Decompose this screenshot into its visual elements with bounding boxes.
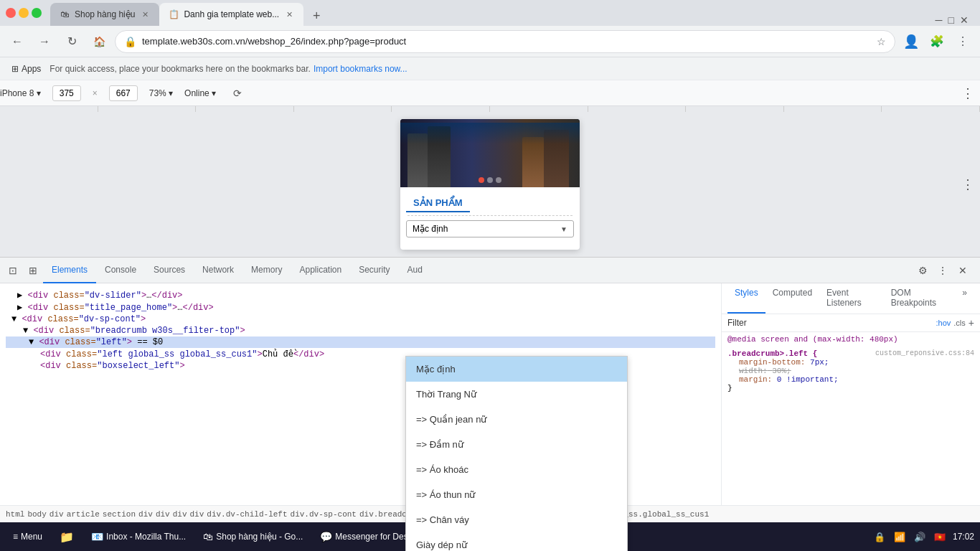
css-prop-name-margin-bottom: margin-bottom: xyxy=(739,358,805,367)
close-button[interactable] xyxy=(6,8,16,18)
breadcrumb-body[interactable]: body xyxy=(27,510,46,519)
address-bar[interactable]: 🔒 template.web30s.com.vn/webshop_26/inde… xyxy=(115,30,895,53)
taskbar-menu-button[interactable]: ≡ Menu xyxy=(6,525,50,548)
breadcrumb-div-4[interactable]: div xyxy=(173,510,187,519)
breadcrumb-div-2[interactable]: div xyxy=(138,510,153,519)
viewport-height-input[interactable] xyxy=(109,85,138,101)
devtools-tab-elements[interactable]: Elements xyxy=(43,258,96,283)
nav-actions: 👤 🧩 ⋮ xyxy=(900,30,974,53)
styles-sub-tab-styles[interactable]: Styles xyxy=(727,283,765,314)
devtools-styles-panel: Styles Computed Event Listeners DOM Brea… xyxy=(722,283,980,505)
tab-close-1[interactable]: ✕ xyxy=(139,9,151,20)
frame-seg-6 xyxy=(490,106,588,112)
dropdown-arrow-icon: ▼ xyxy=(560,225,567,233)
taskbar-shop-button[interactable]: 🛍 Shop hàng hiệu - Go... xyxy=(196,525,310,548)
styles-filter-input[interactable] xyxy=(727,318,933,328)
zoom-selector[interactable]: 73% ▾ xyxy=(149,88,173,98)
breadcrumb-div-5[interactable]: div xyxy=(190,510,204,519)
taskbar-folder-button[interactable]: 📁 xyxy=(52,525,81,548)
tray-volume-icon[interactable]: 🔊 xyxy=(913,529,927,544)
banner-dot-1[interactable] xyxy=(479,177,484,183)
devtools-tab-memory[interactable]: Memory xyxy=(242,258,291,283)
devtools-tab-application[interactable]: Application xyxy=(291,258,350,283)
breadcrumb-div-3[interactable]: div xyxy=(156,510,170,519)
tray-network-icon[interactable]: 📶 xyxy=(892,529,907,544)
tree-line-1[interactable]: ▶ <div class="dv-slider">…</div> xyxy=(6,289,715,301)
home-button[interactable]: 🏠 xyxy=(88,30,110,53)
devtools-tab-security[interactable]: Security xyxy=(350,258,398,283)
css-prop-margin: margin: 0 !important; xyxy=(727,375,974,384)
css-selector-breadcrumb: .breadcrumb>.left { xyxy=(727,349,817,358)
frame-seg-9 xyxy=(784,106,882,112)
breadcrumb-div-1[interactable]: div xyxy=(50,510,64,519)
css-rule-media: @media screen and (max-width: 480px) xyxy=(727,335,974,344)
devtools-undock-icon[interactable]: ⊞ xyxy=(23,260,43,281)
minimize-button[interactable] xyxy=(19,8,29,18)
styles-sub-tab-more[interactable]: » xyxy=(955,283,974,314)
back-button[interactable]: ← xyxy=(6,30,29,53)
devtools-tab-aud[interactable]: Aud xyxy=(399,258,431,283)
tree-line-5[interactable]: ▼ <div class="left"> == $0 xyxy=(6,336,715,348)
viewport-width-input[interactable] xyxy=(52,85,81,101)
settings-icon[interactable]: ⋮ xyxy=(951,30,974,53)
dimension-separator: × xyxy=(93,88,98,98)
dropdown-trigger[interactable]: Mặc định ▼ xyxy=(406,220,574,237)
tray-flag-icon[interactable]: 🇻🇳 xyxy=(933,529,947,544)
forward-button[interactable]: → xyxy=(33,30,56,53)
import-bookmarks-link[interactable]: Import bookmarks now... xyxy=(314,64,407,74)
devtools-close-icon[interactable]: ✕ xyxy=(954,262,971,279)
profile-icon[interactable]: 👤 xyxy=(900,30,923,53)
reload-button[interactable]: ↻ xyxy=(60,30,83,53)
extensions-icon[interactable]: 🧩 xyxy=(925,30,948,53)
device-more-button[interactable]: ⋮ xyxy=(961,85,974,101)
devtools-tab-console[interactable]: Console xyxy=(96,258,145,283)
apps-bookmark[interactable]: ⊞ Apps xyxy=(6,61,47,77)
devtools-more-icon[interactable]: ⋮ xyxy=(934,262,951,279)
breadcrumb-html[interactable]: html xyxy=(6,510,24,519)
window-restore-icon[interactable]: □ xyxy=(948,14,954,26)
messenger-icon: 💬 xyxy=(320,531,332,542)
frame-seg-8 xyxy=(686,106,784,112)
breadcrumb-section[interactable]: section xyxy=(103,510,136,519)
banner-dot-3[interactable] xyxy=(496,177,501,183)
main-area: SẢN PHẨM Mặc định ▼ Mặc định Thời Trang … xyxy=(0,112,980,522)
new-tab-button[interactable]: + xyxy=(306,6,326,26)
tree-line-2[interactable]: ▶ <div class="title_page_home">…</div> xyxy=(6,301,715,314)
tree-line-3[interactable]: ▼ <div class="dv-sp-cont"> xyxy=(6,314,715,325)
window-minimize-icon[interactable]: ─ xyxy=(936,14,943,26)
window-close-icon[interactable]: ✕ xyxy=(960,14,969,26)
dropdown-selected-value: Mặc định xyxy=(413,224,560,234)
maximize-button[interactable] xyxy=(32,8,42,18)
shop-icon: 🛍 xyxy=(203,531,213,542)
breadcrumb-dv-child-left[interactable]: div.dv-child-left xyxy=(207,510,287,519)
tab-danh-gia[interactable]: 📋 Danh gia template web... ✕ xyxy=(159,3,303,26)
devtools-tab-sources[interactable]: Sources xyxy=(145,258,194,283)
css-prop-value-margin: 0 !important; xyxy=(777,375,839,384)
top-content: SẢN PHẨM Mặc định ▼ Mặc định Thời Trang … xyxy=(0,112,980,257)
devtools-dock-icon[interactable]: ⊡ xyxy=(3,260,23,281)
san-pham-title: SẢN PHẨM xyxy=(406,192,470,212)
tab-close-2[interactable]: ✕ xyxy=(283,9,295,20)
rotate-icon[interactable]: ⟳ xyxy=(233,88,242,99)
styles-add-rule-button[interactable]: + xyxy=(969,317,974,329)
tree-line-4[interactable]: ▼ <div class="breadcrumb w30s__filter-to… xyxy=(6,325,715,336)
styles-sub-tab-dom-breakpoints[interactable]: DOM Breakpoints xyxy=(884,283,956,314)
bookmark-star-icon[interactable]: ☆ xyxy=(877,36,886,47)
styles-sub-tab-computed[interactable]: Computed xyxy=(765,283,819,314)
devtools-tab-network[interactable]: Network xyxy=(194,258,242,283)
viewport-more-icon[interactable]: ⋮ xyxy=(961,176,974,192)
styles-sub-tab-event-listeners[interactable]: Event Listeners xyxy=(819,283,884,314)
online-selector[interactable]: Online ▾ xyxy=(184,88,216,98)
tab-shop-hang-hieu[interactable]: 🛍 Shop hàng hiệu ✕ xyxy=(50,3,159,26)
phone-preview: SẢN PHẨM Mặc định ▼ xyxy=(400,119,580,250)
breadcrumb-dv-sp-cont[interactable]: div.dv-sp-cont xyxy=(291,510,357,519)
device-selector[interactable]: iPhone 8 ▾ xyxy=(0,88,41,98)
devtools-settings-icon[interactable]: ⚙ xyxy=(914,262,931,279)
styles-hov-badge[interactable]: :hov xyxy=(936,319,951,327)
styles-cls-badge[interactable]: .cls xyxy=(953,319,966,327)
title-bar: 🛍 Shop hàng hiệu ✕ 📋 Danh gia template w… xyxy=(0,0,980,26)
breadcrumb-article[interactable]: article xyxy=(67,510,100,519)
tray-lock-icon[interactable]: 🔒 xyxy=(872,529,887,544)
banner-dot-2[interactable] xyxy=(487,177,493,183)
taskbar-inbox-button[interactable]: 📧 Inbox - Mozilla Thu... xyxy=(84,525,193,548)
